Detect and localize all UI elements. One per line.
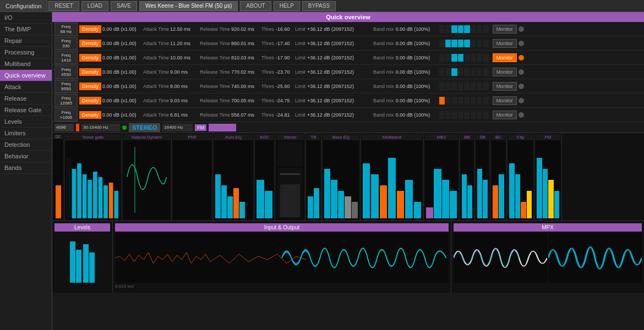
density-btn-4[interactable]: Density [79, 68, 101, 76]
bottom-section: Levels Input & Output [52, 221, 644, 293]
preset-button[interactable]: Wes Keene - Blue Steel FM (50 μs) [139, 1, 238, 11]
monitor-dot-1 [519, 26, 524, 32]
sidebar-item-limiters[interactable]: Limiters [0, 128, 52, 139]
load-button[interactable]: LOAD [81, 1, 108, 11]
limit-label-4: Limit [295, 69, 305, 75]
monitor-btn-2[interactable]: Monitor [493, 39, 517, 48]
attack-label-7: Attack Time [143, 112, 169, 118]
band-freq-6[interactable]: Freq12085 [54, 94, 78, 107]
level-bar-l2 [76, 250, 81, 283]
proc-stereo: STEREO [129, 123, 160, 132]
save-button[interactable]: SAVE [111, 1, 137, 11]
noisegate-label: Noise gate [66, 134, 121, 140]
meter-2 [439, 40, 489, 47]
band-freq-7[interactable]: Freq>1006 [54, 108, 78, 122]
release-val-3: 810.03 ms [231, 55, 261, 61]
sidebar-item-processing[interactable]: Processing [0, 47, 52, 58]
band-row-1: Freq68 Hz Density 0.00 dB (x1.00) Attack… [52, 22, 644, 36]
limit-val-4: +36.12 dB (2097152) [307, 69, 373, 75]
monitor-btn-4[interactable]: Monitor [493, 68, 517, 76]
sidebar-item-bimp[interactable]: The BiMP [0, 24, 52, 35]
release-val-4: 770.02 ms [231, 69, 261, 75]
sidebar-item-releasegate[interactable]: Release Gate [0, 105, 52, 116]
sidebar-item-detection[interactable]: Detection [0, 139, 52, 151]
band-freq-3[interactable]: Freq1410 [54, 51, 78, 64]
naturaldynami-label: Natural Dynami [123, 134, 170, 140]
meter-7 [439, 111, 489, 119]
mix-val-6: 0.00 dB (100%) [396, 98, 437, 103]
band-row-4: Freq4530 Density 0.00 dB (x1.00) Attack … [52, 65, 644, 79]
sidebar-item-behavior[interactable]: Behavior [0, 151, 52, 162]
proc-slider[interactable] [209, 124, 236, 131]
mix-val-4: 0.00 dB (100%) [396, 69, 437, 75]
level-bar-group-l [70, 241, 81, 283]
module-mb2: MB2 [424, 133, 460, 221]
module-bb: BB [460, 133, 475, 221]
attack-val-5: 8.00 ms [170, 84, 198, 89]
multiband-label: Multiband [362, 134, 422, 140]
thres-label-6: Thres [261, 98, 274, 103]
svg-rect-9 [114, 191, 118, 218]
band-freq-4[interactable]: Freq4530 [54, 65, 78, 79]
module-bc: BC [490, 133, 507, 221]
limit-val-2: +36.12 dB (2097152) [307, 41, 373, 46]
attack-val-4: 9.00 ms [170, 69, 198, 75]
mix-label-3: Band mix [373, 55, 394, 61]
density-val-6: 0.00 dB (x1.00) [102, 98, 141, 103]
density-btn-1[interactable]: Density [79, 25, 101, 33]
density-btn-6[interactable]: Density [79, 97, 101, 105]
release-label-4: Release Time [200, 69, 230, 75]
sidebar-item-bands[interactable]: Bands [0, 162, 52, 174]
about-button[interactable]: ABOUT [240, 1, 271, 11]
monitor-dot-5 [519, 84, 524, 89]
density-btn-7[interactable]: Density [79, 111, 101, 119]
reset-button[interactable]: RESET [48, 1, 79, 11]
monitor-dot-6 [519, 98, 524, 103]
proc-clip-indicator [76, 124, 79, 131]
band-freq-1[interactable]: Freq68 Hz [54, 23, 78, 36]
band-freq-2[interactable]: Freq330 [54, 37, 78, 50]
band-freq-5[interactable]: Freq9550 [54, 80, 78, 93]
density-btn-3[interactable]: Density [79, 54, 101, 62]
bc-label: BC [492, 134, 505, 140]
sidebar-item-release[interactable]: Release [0, 93, 52, 105]
bypass-button[interactable]: BYPASS [302, 1, 336, 11]
content-area: Quick overview Freq68 Hz Density 0.00 dB… [52, 12, 644, 330]
limit-val-3: +36.12 dB (2097152) [307, 55, 373, 61]
module-sb: SB [475, 133, 490, 221]
sidebar-item-io[interactable]: I/O [0, 12, 52, 24]
monitor-btn-6[interactable]: Monitor [493, 96, 517, 105]
attack-label-1: Attack Time [143, 26, 169, 32]
monitor-btn-1[interactable]: Monitor [493, 25, 517, 34]
monitor-dot-3 [519, 55, 524, 61]
release-label-7: Release Time [200, 112, 230, 118]
monitor-btn-5[interactable]: Monitor [493, 82, 517, 91]
dc-label: DC [53, 134, 63, 139]
monitor-dot-4 [519, 69, 524, 75]
thres-val-1: -16.60 [276, 26, 295, 32]
sidebar-item-multiband[interactable]: Multiband [0, 58, 52, 70]
monitor-btn-3[interactable]: Monitor [493, 53, 517, 62]
module-clip: Clip [507, 133, 534, 221]
release-val-6: 700.05 ms [231, 98, 261, 103]
top-bar: Configuration RESET LOAD SAVE Wes Keene … [0, 0, 644, 12]
help-button[interactable]: HELP [274, 1, 300, 11]
release-val-5: 740.00 ms [231, 84, 261, 89]
module-stereo: Stereo [275, 133, 305, 221]
thres-label-1: Thres [261, 26, 274, 32]
svg-rect-7 [103, 185, 108, 218]
timestamp: 0.013 sec [115, 284, 449, 289]
sidebar-item-repair[interactable]: Repair [0, 35, 52, 47]
stereo-label: Stereo [276, 134, 304, 140]
meter-4 [439, 68, 489, 76]
sidebar-item-attack[interactable]: Attack [0, 81, 52, 93]
level-bar-l1 [70, 241, 75, 283]
sidebar-item-levels[interactable]: Levels [0, 116, 52, 128]
fm-label: FM [536, 134, 560, 140]
density-btn-2[interactable]: Density [79, 40, 101, 47]
sidebar-item-quickoverview[interactable]: Quick overview [0, 70, 52, 81]
density-btn-5[interactable]: Density [79, 82, 101, 90]
monitor-btn-7[interactable]: Monitor [493, 111, 517, 119]
svg-rect-3 [83, 174, 87, 218]
mix-label-1: Band mix [373, 26, 394, 32]
